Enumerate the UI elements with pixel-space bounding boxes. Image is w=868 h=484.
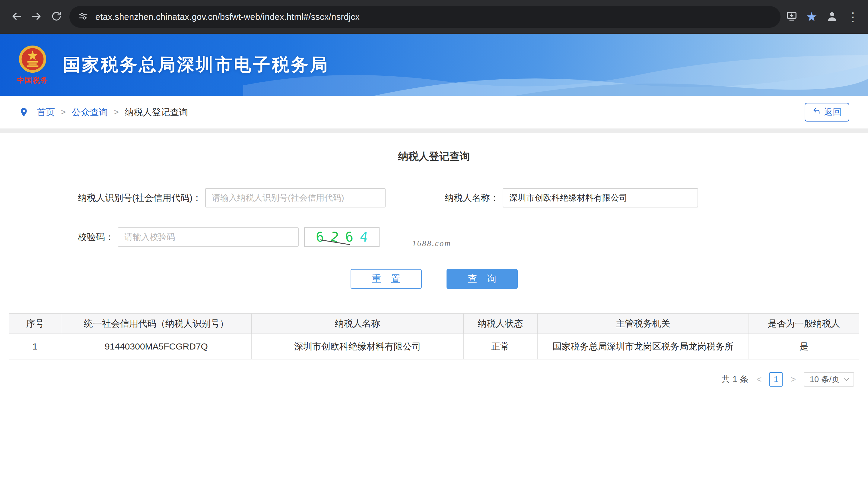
table-row: 1 91440300MA5FCGRD7Q 深圳市创欧科绝缘材料有限公司 正常 国… (9, 334, 859, 359)
cell-credit-code: 91440300MA5FCGRD7Q (61, 334, 252, 359)
menu-dots-icon[interactable]: ⋮ (847, 11, 859, 23)
breadcrumb: 首页 > 公众查询 > 纳税人登记查询 返回 (0, 96, 868, 128)
taxpayer-id-input[interactable] (205, 188, 385, 207)
breadcrumb-current: 纳税人登记查询 (125, 106, 188, 119)
pagination: 共 1 条 < 1 > 10 条/页 (0, 372, 854, 387)
captcha-noise-line (305, 228, 379, 247)
col-general-taxpayer: 是否为一般纳税人 (749, 313, 859, 334)
site-info-icon[interactable] (79, 11, 88, 22)
cell-general-taxpayer: 是 (749, 334, 859, 359)
great-wall-art (243, 46, 868, 96)
chevron-right-icon[interactable]: > (789, 374, 797, 385)
breadcrumb-separator: > (61, 108, 66, 117)
col-credit-code: 统一社会信用代码（纳税人识别号） (61, 313, 252, 334)
bookmark-star-icon[interactable]: ★ (806, 10, 817, 23)
reload-icon (51, 10, 62, 23)
form-actions: 重 置 查 询 (0, 269, 868, 289)
captcha-label: 校验码： (78, 231, 114, 244)
forward-button[interactable] (27, 7, 46, 27)
address-bar[interactable]: etax.shenzhen.chinatax.gov.cn/bsfwt-web/… (69, 6, 780, 28)
cell-status: 正常 (463, 334, 537, 359)
cell-tax-authority: 国家税务总局深圳市龙岗区税务局龙岗税务所 (537, 334, 749, 359)
taxpayer-name-label: 纳税人名称： (445, 192, 499, 204)
col-taxpayer-name: 纳税人名称 (252, 313, 463, 334)
back-button[interactable] (7, 7, 27, 27)
reset-button[interactable]: 重 置 (350, 269, 422, 289)
site-title: 国家税务总局深圳市电子税务局 (63, 53, 329, 76)
table-header-row: 序号 统一社会信用代码（纳税人识别号） 纳税人名称 纳税人状态 主管税务机关 是… (9, 313, 859, 334)
site-banner: 中国税务 国家税务总局深圳市电子税务局 (0, 34, 868, 96)
location-pin-icon (19, 107, 29, 117)
taxpayer-id-label: 纳税人识别号(社会信用代码)： (78, 192, 202, 204)
install-icon[interactable] (786, 10, 797, 23)
return-label: 返回 (824, 106, 841, 118)
page-size-value: 10 条/页 (810, 374, 840, 385)
agency-logo: 中国税务 (17, 45, 48, 85)
chevron-down-icon (844, 376, 849, 381)
col-index: 序号 (9, 313, 61, 334)
query-button[interactable]: 查 询 (446, 269, 518, 289)
back-icon (10, 10, 23, 24)
col-status: 纳税人状态 (463, 313, 537, 334)
forward-icon (30, 10, 42, 24)
logo-caption: 中国税务 (17, 75, 48, 85)
return-button[interactable]: 返回 (805, 103, 849, 122)
return-icon (812, 107, 821, 118)
toolbar-actions: ★ ⋮ (786, 10, 861, 24)
divider-strip (0, 128, 868, 133)
breadcrumb-home[interactable]: 首页 (37, 106, 55, 119)
page-title: 纳税人登记查询 (0, 133, 868, 163)
query-form-row-1: 纳税人识别号(社会信用代码)： 纳税人名称： (78, 188, 868, 207)
browser-toolbar: etax.shenzhen.chinatax.gov.cn/bsfwt-web/… (0, 0, 868, 34)
results-table: 序号 统一社会信用代码（纳税人识别号） 纳税人名称 纳税人状态 主管税务机关 是… (9, 313, 859, 359)
query-form-row-2: 校验码： 6 2 6 4 1688.com (78, 227, 868, 247)
page-size-select[interactable]: 10 条/页 (804, 372, 854, 387)
chevron-left-icon[interactable]: < (755, 374, 763, 385)
breadcrumb-separator: > (114, 108, 119, 117)
page-number-button[interactable]: 1 (769, 372, 783, 387)
total-count: 共 1 条 (721, 373, 748, 385)
captcha-input[interactable] (118, 227, 299, 247)
national-emblem-icon (18, 45, 47, 75)
captcha-image[interactable]: 6 2 6 4 (304, 227, 379, 247)
cell-taxpayer-name: 深圳市创欧科绝缘材料有限公司 (252, 334, 463, 359)
col-tax-authority: 主管税务机关 (537, 313, 749, 334)
page-watermark: 1688.com (412, 239, 451, 248)
main-content: 纳税人登记查询 纳税人识别号(社会信用代码)： 纳税人名称： 校验码： 6 2 … (0, 133, 868, 387)
cell-index: 1 (9, 334, 61, 359)
breadcrumb-public-query[interactable]: 公众查询 (72, 106, 108, 119)
reload-button[interactable] (46, 7, 66, 27)
url-text: etax.shenzhen.chinatax.gov.cn/bsfwt-web/… (95, 12, 360, 22)
taxpayer-name-input[interactable] (503, 188, 698, 207)
profile-icon[interactable] (826, 10, 838, 24)
